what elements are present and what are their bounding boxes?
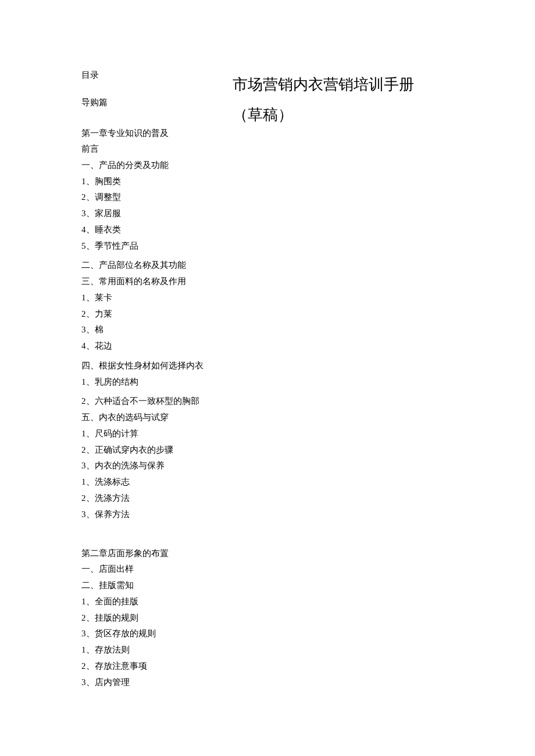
toc-item: 2、洗涤方法 — [81, 490, 233, 507]
toc-item: 2、六种适合不一致杯型的胸部 — [81, 393, 233, 410]
title-block: 市场营销内衣营销培训手册 （草稿） — [233, 70, 465, 130]
toc-item: 2、正确试穿内衣的步骤 — [81, 442, 233, 458]
document-page: 市场营销内衣营销培训手册 （草稿） 目录 导购篇 第一章专业知识的普及 前言 一… — [0, 0, 535, 105]
toc-item: 四、根据女性身材如何选择内衣 — [81, 358, 233, 374]
toc-item: 4、睡衣类 — [81, 222, 233, 238]
toc-item: 1、莱卡 — [81, 290, 233, 306]
toc-item: 3、店内管理 — [81, 675, 233, 691]
toc-item: 一、店面出样 — [81, 561, 233, 578]
toc-item: 三、常用面料的名称及作用 — [81, 274, 233, 290]
toc-item: 1、洗涤标志 — [81, 474, 233, 490]
toc-item: 4、花边 — [81, 338, 233, 354]
spacer — [81, 522, 233, 546]
toc-item: 3、棉 — [81, 322, 233, 338]
section-heading: 导购篇 — [81, 97, 233, 108]
toc-item: 1、尺码的计算 — [81, 426, 233, 442]
toc-heading: 目录 — [81, 70, 233, 81]
document-subtitle: （草稿） — [233, 100, 465, 130]
toc-item: 2、调整型 — [81, 189, 233, 206]
toc-item: 3、货区存放的规则 — [81, 626, 233, 642]
toc-item: 前言 — [81, 141, 233, 157]
toc-item: 3、保养方法 — [81, 507, 233, 523]
toc-item: 五、内衣的选码与试穿 — [81, 410, 233, 426]
document-title: 市场营销内衣营销培训手册 — [233, 70, 465, 100]
chapter-1-title: 第一章专业知识的普及 — [81, 126, 233, 141]
chapter-2-title: 第二章店面形象的布置 — [81, 546, 233, 561]
toc-item: 3、内衣的洗涤与保养 — [81, 458, 233, 474]
toc-item: 3、家居服 — [81, 206, 233, 222]
toc-item: 1、乳房的结构 — [81, 374, 233, 390]
toc-item: 2、存放注意事项 — [81, 658, 233, 675]
toc-item: 1、存放法则 — [81, 642, 233, 658]
toc-item: 2、挂版的规则 — [81, 610, 233, 626]
toc-item: 1、胸围类 — [81, 174, 233, 190]
toc-item: 一、产品的分类及功能 — [81, 157, 233, 174]
toc-item: 二、产品部位名称及其功能 — [81, 257, 233, 274]
toc-item: 5、季节性产品 — [81, 238, 233, 255]
toc-item: 2、力莱 — [81, 306, 233, 323]
toc-item: 1、全面的挂版 — [81, 594, 233, 610]
table-of-contents: 目录 导购篇 第一章专业知识的普及 前言 一、产品的分类及功能 1、胸围类 2、… — [81, 70, 233, 690]
toc-item: 二、挂版需知 — [81, 578, 233, 594]
